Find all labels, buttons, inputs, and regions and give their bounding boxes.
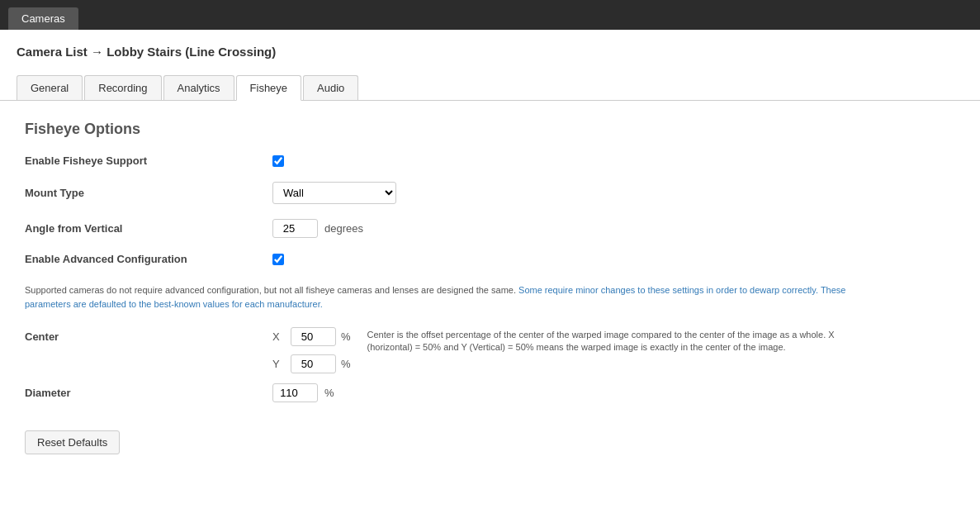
center-info-text: Center is the offset percentage of the c…	[367, 327, 863, 354]
top-bar: Cameras	[0, 0, 980, 30]
mount-type-control: Wall Ceiling Floor	[272, 182, 396, 204]
enable-advanced-control	[272, 254, 284, 265]
diameter-input[interactable]	[272, 383, 318, 402]
x-coord-label: X	[272, 330, 286, 343]
tab-general[interactable]: General	[17, 75, 83, 100]
mount-type-label: Mount Type	[25, 187, 272, 199]
info-text: Supported cameras do not require advance…	[25, 280, 892, 314]
info-text-plain: Supported cameras do not require advance…	[25, 285, 518, 295]
content-area: Fisheye Options Enable Fisheye Support M…	[0, 101, 980, 474]
center-y-input[interactable]	[291, 354, 336, 373]
reset-defaults-button[interactable]: Reset Defaults	[25, 430, 120, 454]
enable-advanced-label: Enable Advanced Configuration	[25, 253, 272, 265]
center-x-units: %	[341, 330, 351, 343]
enable-fisheye-label: Enable Fisheye Support	[25, 154, 272, 167]
diameter-control: %	[272, 383, 334, 402]
tabs-container: General Recording Analytics Fisheye Audi…	[0, 67, 980, 101]
enable-advanced-checkbox[interactable]	[272, 254, 284, 265]
enable-fisheye-row: Enable Fisheye Support	[25, 154, 955, 167]
center-y-units: %	[341, 358, 351, 370]
center-inputs: X % Y %	[272, 327, 351, 373]
enable-advanced-row: Enable Advanced Configuration	[25, 253, 955, 265]
angle-from-vertical-label: Angle from Vertical	[25, 222, 272, 235]
tab-fisheye[interactable]: Fisheye	[236, 75, 302, 101]
diameter-row: Diameter %	[25, 383, 955, 402]
center-label: Center	[25, 327, 272, 343]
angle-from-vertical-row: Angle from Vertical degrees	[25, 219, 955, 238]
enable-fisheye-control	[272, 155, 284, 167]
mount-type-select[interactable]: Wall Ceiling Floor	[272, 182, 396, 204]
center-y-row: Y %	[272, 354, 351, 373]
tab-audio[interactable]: Audio	[303, 75, 358, 100]
breadcrumb: Camera List → Lobby Stairs (Line Crossin…	[0, 30, 980, 67]
center-row: Center X % Y % Center is the offset perc…	[25, 327, 955, 373]
tab-recording[interactable]: Recording	[84, 75, 161, 100]
y-coord-label: Y	[272, 358, 286, 370]
diameter-label: Diameter	[25, 387, 272, 399]
angle-from-vertical-control: degrees	[272, 219, 363, 238]
enable-fisheye-checkbox[interactable]	[272, 155, 284, 167]
mount-type-row: Mount Type Wall Ceiling Floor	[25, 182, 955, 204]
center-x-input[interactable]	[291, 327, 336, 346]
cameras-tab[interactable]: Cameras	[8, 7, 78, 30]
angle-from-vertical-input[interactable]	[272, 219, 318, 238]
center-x-row: X %	[272, 327, 351, 346]
tab-analytics[interactable]: Analytics	[163, 75, 234, 100]
angle-units-label: degrees	[324, 222, 363, 235]
diameter-units: %	[324, 387, 334, 399]
section-title: Fisheye Options	[25, 121, 955, 138]
